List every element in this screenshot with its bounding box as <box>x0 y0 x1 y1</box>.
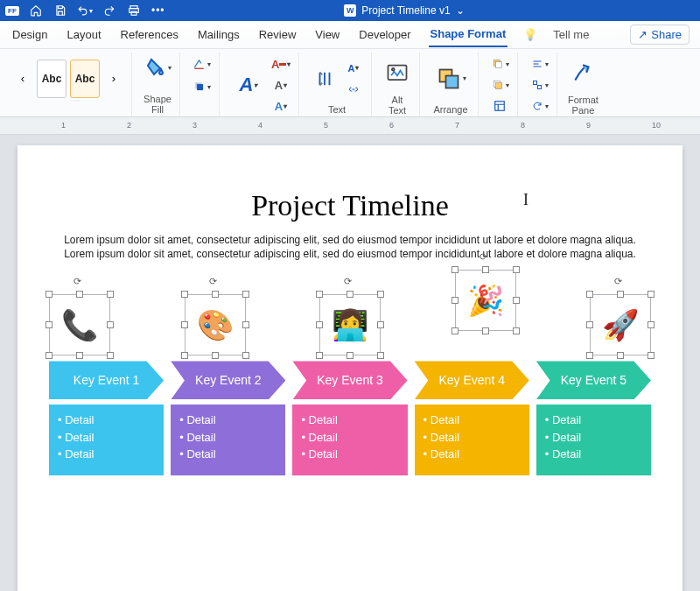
document-title-area[interactable]: W Project Timeline v1 ⌄ <box>175 4 634 17</box>
detail-item: Detail <box>552 447 581 461</box>
word-icon: W <box>344 4 356 17</box>
undo-icon[interactable]: ▾ <box>77 3 93 18</box>
tab-view[interactable]: View <box>313 23 341 46</box>
group-shape-styles: ‹ Abc Abc › <box>5 53 132 116</box>
ruler-mark: 6 <box>389 121 394 130</box>
text-cursor-icon: I <box>523 191 528 209</box>
group-button[interactable]: ▾ <box>528 75 550 95</box>
align-text-button[interactable]: A▾ <box>343 59 364 78</box>
rotate-handle-icon[interactable]: ⟳ <box>209 276 217 287</box>
detail-box-4[interactable]: • Detail • Detail • Detail <box>415 405 529 475</box>
arrange-button[interactable]: ▾ <box>430 60 471 98</box>
timeline-shape-2[interactable]: ⟳🎨 <box>185 294 246 355</box>
bring-forward-button[interactable]: ▾ <box>489 54 510 74</box>
share-button[interactable]: ↗ Share <box>630 25 690 45</box>
rotate-handle-icon[interactable]: ⟳ <box>614 276 622 287</box>
page-paragraph[interactable]: Lorem ipsum dolor sit amet, consectetur … <box>44 233 656 277</box>
timeline-arrow-2[interactable]: Key Event 2 <box>171 361 285 399</box>
rotate-handle-icon[interactable]: ⟳ <box>344 276 352 287</box>
ruler-mark: 4 <box>258 121 262 130</box>
timeline-arrow-5[interactable]: Key Event 5 <box>536 361 651 399</box>
shape-effects-button[interactable]: ▾ <box>191 77 212 96</box>
svg-rect-12 <box>495 83 501 89</box>
redo-icon[interactable] <box>102 3 117 18</box>
chevron-left-icon[interactable]: ‹ <box>12 69 33 88</box>
text-fill-button[interactable]: A▾ <box>270 54 291 74</box>
technologist-icon: 👩‍💻 <box>332 307 368 342</box>
ruler-mark: 7 <box>455 121 459 130</box>
detail-box-3[interactable]: • Detail • Detail • Detail <box>292 405 407 475</box>
autosave-off-badge[interactable]: FF <box>5 6 19 16</box>
timeline-shape-1[interactable]: ⟳📞 <box>49 294 110 355</box>
create-link-button[interactable] <box>343 80 364 99</box>
home-icon[interactable] <box>28 3 44 18</box>
detail-box-2[interactable]: • Detail • Detail • Detail <box>171 405 285 475</box>
chevron-down-icon[interactable]: ⌄ <box>456 4 465 17</box>
ruler-mark: 5 <box>324 121 328 130</box>
shape-outline-button[interactable]: ▾ <box>191 54 212 74</box>
horizontal-ruler[interactable]: 1 2 3 4 5 6 7 8 9 10 <box>0 117 700 135</box>
rotate-handle-icon[interactable]: ⟳ <box>480 251 487 263</box>
group-wordart: A▾ A▾ A▾ A▾ WordArt Styles <box>223 53 299 116</box>
tab-review[interactable]: Review <box>257 23 298 46</box>
document-page[interactable]: I Project Timeline Lorem ipsum dolor sit… <box>18 145 682 591</box>
share-icon: ↗ <box>638 28 648 41</box>
align-button[interactable]: ▾ <box>528 54 550 74</box>
detail-item: Detail <box>430 431 459 444</box>
document-viewport[interactable]: I Project Timeline Lorem ipsum dolor sit… <box>0 135 700 591</box>
phone-icon: 📞 <box>61 307 98 342</box>
ruler-mark: 8 <box>521 121 525 130</box>
tell-me[interactable]: Tell me <box>553 28 589 41</box>
svg-rect-10 <box>495 62 501 68</box>
save-icon[interactable] <box>52 3 68 18</box>
tab-mailings[interactable]: Mailings <box>196 23 242 46</box>
print-icon[interactable] <box>126 3 142 18</box>
chevron-right-icon[interactable]: › <box>103 69 124 88</box>
tab-layout[interactable]: Layout <box>65 23 102 46</box>
svg-rect-5 <box>388 66 407 80</box>
event-label: Key Event 2 <box>195 373 262 387</box>
tab-developer[interactable]: Developer <box>357 23 412 46</box>
shape-style-preset-1[interactable]: Abc <box>37 60 66 98</box>
shape-style-preset-2[interactable]: Abc <box>70 60 100 98</box>
detail-item: Detail <box>430 447 459 461</box>
tell-me-icon[interactable]: 💡 <box>523 28 537 41</box>
timeline-shape-4[interactable]: ⟳🎉 <box>455 270 516 331</box>
more-icon[interactable]: ••• <box>150 3 166 18</box>
svg-point-6 <box>392 68 395 71</box>
format-pane-button[interactable] <box>568 54 598 93</box>
detail-item: Detail <box>65 447 94 461</box>
ribbon-tabs: Design Layout References Mailings Review… <box>0 21 700 49</box>
ribbon: ‹ Abc Abc › ▾ Shape Fill ▾ ▾ A▾ A▾ A▾ A▾ <box>0 49 700 117</box>
svg-rect-15 <box>537 86 541 89</box>
text-direction-button[interactable] <box>310 60 340 98</box>
wordart-button[interactable]: A▾ <box>230 70 267 100</box>
event-label: Key Event 1 <box>74 373 140 387</box>
detail-box-5[interactable]: • Detail • Detail • Detail <box>536 405 651 475</box>
text-outline-button[interactable]: A▾ <box>270 75 291 95</box>
send-backward-button[interactable]: ▾ <box>489 75 510 95</box>
svg-rect-14 <box>533 81 536 85</box>
tab-shape-format[interactable]: Shape Format <box>429 22 508 47</box>
timeline-arrow-4[interactable]: Key Event 4 <box>415 361 529 399</box>
page-title[interactable]: Project Timeline <box>44 189 656 222</box>
alt-text-button[interactable] <box>382 54 412 93</box>
rotate-button[interactable]: ▾ <box>528 96 550 116</box>
detail-box-1[interactable]: • Detail • Detail • Detail <box>49 405 164 475</box>
tab-references[interactable]: References <box>119 23 180 46</box>
shape-fill-button[interactable]: ▾ <box>143 54 172 81</box>
timeline-details-row: • Detail • Detail • Detail • Detail • De… <box>44 399 656 475</box>
text-effects-button[interactable]: A▾ <box>270 96 291 116</box>
svg-rect-8 <box>445 75 458 88</box>
detail-item: Detail <box>552 413 581 426</box>
selection-pane-button[interactable] <box>489 96 510 116</box>
tab-design[interactable]: Design <box>10 23 49 46</box>
timeline-icons-row: ⟳📞 ⟳🎨 ⟳👩‍💻 ⟳🎉 ⟳🚀 <box>44 277 656 355</box>
timeline-shape-3[interactable]: ⟳👩‍💻 <box>319 294 381 355</box>
timeline-arrow-3[interactable]: Key Event 3 <box>292 361 407 399</box>
timeline-arrow-1[interactable]: Key Event 1 <box>49 361 164 399</box>
ruler-mark: 1 <box>61 121 66 130</box>
timeline-shape-5[interactable]: ⟳🚀 <box>590 294 651 355</box>
rotate-handle-icon[interactable]: ⟳ <box>74 276 81 287</box>
alt-text-label: Alt Text <box>388 93 406 116</box>
